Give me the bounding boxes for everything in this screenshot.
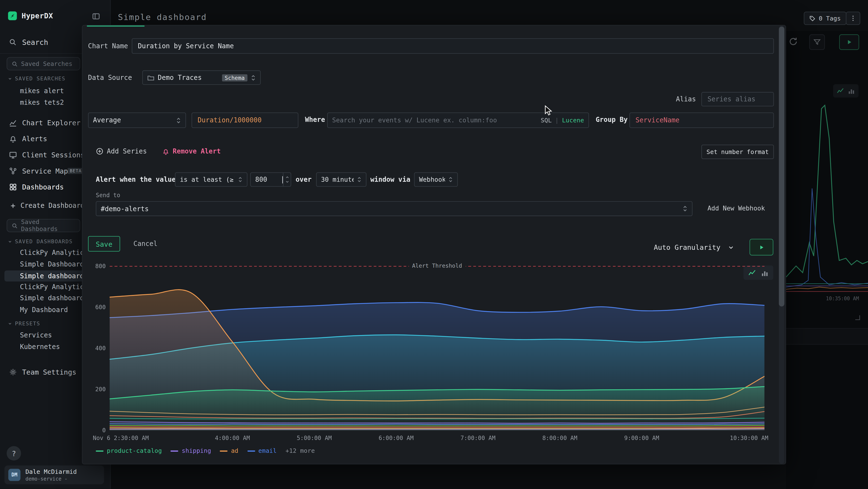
add-series-button[interactable]: Add Series	[96, 147, 147, 155]
hyperdx-logo-icon	[8, 11, 17, 21]
scrollbar-thumb[interactable]	[779, 27, 784, 306]
save-button[interactable]: Save	[88, 236, 120, 252]
x-tick-label: 9:00:00 AM	[624, 434, 659, 441]
dashboard-item[interactable]: Simple dashboard	[20, 294, 84, 302]
cancel-button[interactable]: Cancel	[126, 236, 165, 252]
folder-icon	[147, 74, 155, 81]
where-placeholder: Search your events w/ Lucene ex. column:…	[332, 116, 537, 124]
alert-condition-select[interactable]: is at least (≥)	[175, 172, 248, 187]
legend-item[interactable]: ad	[220, 447, 238, 455]
gear-icon	[9, 368, 17, 376]
x-tick-label: 10:30:00 AM	[730, 434, 768, 441]
alert-channel-select[interactable]: Webhook	[414, 172, 458, 187]
group-by-input[interactable]	[629, 113, 774, 128]
webhook-select[interactable]: #demo-alerts	[96, 201, 692, 216]
chart-editor-modal: Chart Name Data Source Demo Traces Schem…	[82, 25, 786, 464]
aggregation-select[interactable]: Average	[88, 113, 186, 128]
search-icon	[11, 61, 18, 67]
chart-explorer-icon	[9, 118, 17, 126]
add-webhook-button[interactable]: Add New Webhook	[707, 204, 765, 212]
group-by-label: Group By	[595, 116, 628, 123]
saved-dashboards-input[interactable]: Saved Dashboards	[7, 219, 80, 232]
search-icon	[9, 38, 17, 46]
alias-input[interactable]	[702, 92, 774, 107]
mouse-cursor	[545, 105, 554, 116]
dashboard-item[interactable]: Simple Dashboard	[20, 260, 84, 268]
set-number-format-button[interactable]: Set number format	[702, 145, 774, 159]
preset-item[interactable]: Services	[20, 332, 52, 339]
search-icon	[11, 223, 18, 229]
select-chevrons-icon	[251, 74, 256, 81]
create-dashboard-button[interactable]: Create Dashboard	[10, 202, 84, 209]
dashboard-item[interactable]: ClickPy Analytics	[20, 249, 88, 257]
alert-threshold-line: Alert Threshold	[110, 266, 765, 266]
select-chevrons-icon	[238, 176, 242, 183]
user-name: Dale McDiarmid	[26, 468, 77, 476]
sql-mode-toggle[interactable]: SQL	[541, 117, 552, 124]
user-menu[interactable]: DM Dale McDiarmid demo-service -	[4, 466, 104, 484]
dashboard-item[interactable]: ClickPy Analytics	[20, 283, 88, 291]
select-chevrons-icon	[448, 176, 453, 183]
service-map-icon	[9, 167, 17, 175]
run-chart-button[interactable]	[750, 239, 774, 256]
brand: HyperDX	[8, 11, 53, 21]
y-tick-label: 400	[85, 345, 105, 351]
select-chevrons-icon	[357, 176, 362, 183]
chevron-down-icon	[8, 321, 12, 325]
chart-name-label: Chart Name	[88, 42, 128, 50]
beta-badge: BETA	[67, 168, 84, 174]
x-tick-label: 4:00:00 AM	[215, 434, 250, 441]
field-input[interactable]	[191, 113, 298, 128]
x-tick-label: 8:00:00 AM	[542, 434, 577, 441]
saved-dashboards-header[interactable]: SAVED DASHBOARDS	[8, 238, 72, 244]
chart-name-input[interactable]	[132, 38, 774, 54]
legend-item[interactable]: email	[247, 447, 277, 455]
alert-threshold-label: Alert Threshold	[409, 263, 465, 269]
over-label: over	[296, 176, 311, 183]
brand-name: HyperDX	[22, 11, 53, 20]
alert-window-select[interactable]: 30 minute	[316, 172, 367, 187]
saved-searches-input[interactable]: Saved Searches	[7, 57, 80, 70]
help-button[interactable]: ?	[7, 446, 21, 461]
more-options-button[interactable]	[846, 11, 860, 25]
saved-search-item[interactable]: mikes tets2	[20, 99, 64, 107]
where-label: Where	[305, 116, 325, 123]
presets-header[interactable]: PRESETS	[8, 320, 40, 326]
chevron-down-icon	[8, 239, 12, 243]
legend-item[interactable]: shipping	[171, 447, 211, 455]
x-axis-labels: Nov 6 2:30:00 AM 4:00:00 AM 5:00:00 AM 6…	[110, 434, 765, 442]
number-stepper[interactable]	[283, 173, 290, 186]
dashboards-icon	[9, 182, 17, 191]
schema-badge: Schema	[222, 74, 247, 81]
saved-searches-header[interactable]: SAVED SEARCHES	[8, 75, 65, 81]
y-tick-label: 800	[85, 263, 105, 269]
alias-label: Alias	[676, 95, 696, 103]
modal-backdrop	[786, 31, 868, 489]
alert-bell-icon	[162, 148, 169, 155]
x-tick-label: 7:00:00 AM	[461, 434, 495, 441]
legend-item[interactable]: product-catalog	[96, 447, 162, 455]
lucene-mode-toggle[interactable]: Lucene	[562, 117, 584, 124]
tag-icon	[809, 15, 815, 21]
remove-alert-button[interactable]: Remove Alert	[162, 147, 221, 155]
page-title: Simple dashboard	[118, 12, 207, 22]
alert-prefix-label: Alert when the value	[96, 176, 176, 183]
legend-more[interactable]: +12 more	[285, 447, 315, 455]
collapse-sidebar-icon[interactable]	[92, 12, 100, 21]
window-via-label: window via	[370, 176, 410, 183]
saved-search-item[interactable]: mikes alert	[20, 87, 64, 95]
tags-button[interactable]: 0 Tags	[804, 11, 846, 25]
plus-circle-icon	[96, 147, 103, 155]
preset-item[interactable]: Kubernetes	[20, 343, 60, 351]
dashboard-item[interactable]: My Dashboard	[20, 306, 68, 314]
data-source-select[interactable]: Demo Traces Schema	[142, 70, 261, 85]
select-chevrons-icon	[683, 205, 688, 212]
kebab-icon	[850, 15, 857, 22]
app-root: HyperDX Search Saved Searches SAVED SEAR…	[0, 0, 868, 489]
y-tick-label: 600	[85, 304, 105, 310]
y-tick-label: 0	[85, 427, 105, 433]
bell-icon	[9, 135, 17, 143]
play-icon	[758, 244, 764, 250]
alert-threshold-input[interactable]: 800	[250, 172, 291, 187]
granularity-select[interactable]: Auto Granularity	[654, 239, 734, 256]
